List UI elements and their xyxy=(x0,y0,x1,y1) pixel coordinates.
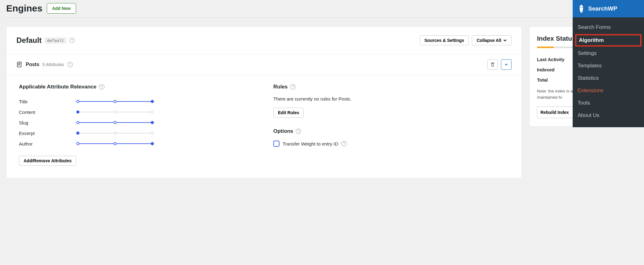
lantern-icon xyxy=(578,4,585,13)
nav-item-algorithm[interactable]: Algorithm xyxy=(575,34,642,47)
transfer-weight-checkbox[interactable] xyxy=(273,141,280,147)
attribute-label: Slug xyxy=(19,120,72,125)
sources-settings-button[interactable]: Sources & Settings xyxy=(420,35,469,45)
help-icon[interactable]: ? xyxy=(99,84,105,90)
attribute-row: Excerpt xyxy=(19,128,255,138)
engine-title: Default xyxy=(16,36,42,45)
help-icon[interactable]: ? xyxy=(341,141,347,146)
help-icon[interactable]: ? xyxy=(290,84,296,90)
collapse-all-button[interactable]: Collapse All xyxy=(472,35,512,45)
engine-slug: default xyxy=(45,38,66,43)
slider-stop[interactable] xyxy=(151,100,154,103)
relevance-slider[interactable] xyxy=(78,142,152,146)
attribute-count: 5 Attributes xyxy=(42,62,64,67)
attribute-label: Author xyxy=(19,141,72,146)
source-title: Posts xyxy=(26,62,39,67)
nav-item-search-forms[interactable]: Search Forms xyxy=(573,21,644,34)
options-heading: Options xyxy=(273,128,293,134)
brand-header[interactable]: SearchWP xyxy=(573,0,644,17)
slider-stop[interactable] xyxy=(114,142,117,145)
slider-stop[interactable] xyxy=(114,110,117,114)
add-remove-attributes-button[interactable]: Add/Remove Attributes xyxy=(19,156,76,166)
slider-stop[interactable] xyxy=(76,110,79,114)
slider-stop[interactable] xyxy=(76,132,79,135)
trash-icon xyxy=(490,62,495,67)
attribute-row: Content xyxy=(19,107,255,117)
add-new-button[interactable]: Add New xyxy=(47,3,76,14)
help-icon[interactable]: ? xyxy=(69,38,75,43)
engine-card: Default default ? Sources & Settings Col… xyxy=(6,26,522,178)
edit-rules-button[interactable]: Edit Rules xyxy=(273,108,304,118)
help-icon[interactable]: ? xyxy=(67,62,73,67)
relevance-slider[interactable] xyxy=(78,121,152,124)
slider-stop[interactable] xyxy=(76,142,79,145)
delete-source-button[interactable] xyxy=(487,59,498,70)
plugin-flyout-menu: SearchWP Search FormsAlgorithmSettingsTe… xyxy=(573,0,644,127)
attribute-label: Content xyxy=(19,110,72,115)
post-icon xyxy=(16,61,23,68)
slider-stop[interactable] xyxy=(151,142,154,145)
help-icon[interactable]: ? xyxy=(296,128,301,134)
collapse-all-label: Collapse All xyxy=(476,38,501,43)
attribute-row: Title xyxy=(19,96,255,107)
slider-stop[interactable] xyxy=(114,132,117,135)
nav-item-about-us[interactable]: About Us xyxy=(573,109,644,122)
collapse-source-button[interactable] xyxy=(501,59,512,70)
rules-heading: Rules xyxy=(273,84,288,90)
transfer-weight-label: Transfer Weight to entry ID xyxy=(283,141,338,146)
slider-stop[interactable] xyxy=(151,121,154,124)
relevance-slider[interactable] xyxy=(78,110,152,114)
nav-item-tools[interactable]: Tools xyxy=(573,97,644,109)
attribute-row: Slug xyxy=(19,117,255,128)
nav-item-settings[interactable]: Settings xyxy=(573,47,644,60)
slider-stop[interactable] xyxy=(76,100,79,103)
relevance-slider[interactable] xyxy=(78,100,152,103)
slider-stop[interactable] xyxy=(151,132,154,135)
slider-stop[interactable] xyxy=(114,121,117,124)
svg-rect-0 xyxy=(17,62,21,67)
chevron-down-icon xyxy=(504,63,508,66)
attribute-label: Excerpt xyxy=(19,131,72,136)
chevron-down-icon xyxy=(503,38,507,42)
attribute-row: Author xyxy=(19,138,255,149)
nav-item-extensions[interactable]: Extensions xyxy=(573,84,644,97)
slider-stop[interactable] xyxy=(114,100,117,103)
brand-label: SearchWP xyxy=(588,5,617,12)
slider-stop[interactable] xyxy=(76,121,79,124)
nav-item-templates[interactable]: Templates xyxy=(573,60,644,72)
page-title: Engines xyxy=(6,3,42,14)
relevance-slider[interactable] xyxy=(78,131,152,135)
nav-item-statistics[interactable]: Statistics xyxy=(573,72,644,84)
slider-stop[interactable] xyxy=(151,110,154,114)
attribute-label: Title xyxy=(19,99,72,104)
relevance-heading: Applicable Attribute Relevance xyxy=(19,84,96,90)
rules-empty-text: There are currently no rules for Posts. xyxy=(273,96,509,101)
